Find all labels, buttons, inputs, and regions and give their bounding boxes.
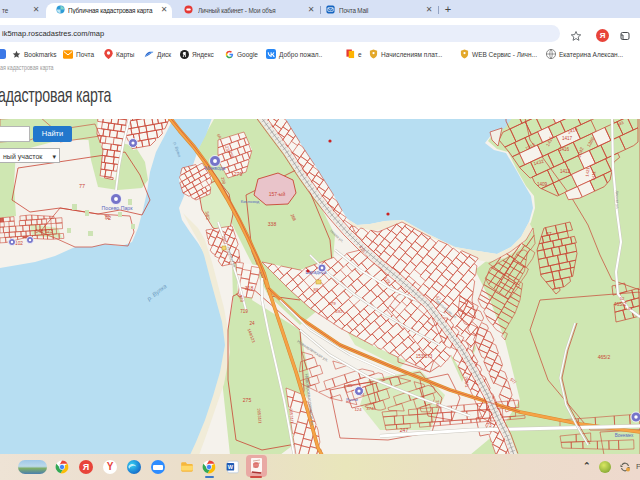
- svg-text:49: 49: [628, 306, 633, 311]
- svg-text:W: W: [228, 464, 234, 470]
- svg-text:Посево Парк: Посево Парк: [102, 205, 134, 211]
- svg-text:72: 72: [104, 214, 110, 220]
- svg-text:465/2: 465/2: [614, 301, 627, 307]
- svg-text:465/2: 465/2: [598, 354, 611, 360]
- svg-text:692: 692: [335, 309, 343, 314]
- svg-text:1409: 1409: [537, 182, 548, 187]
- svg-text:102: 102: [15, 241, 23, 246]
- svg-text:Ручей: Ручей: [346, 397, 358, 402]
- svg-text:246: 246: [435, 400, 441, 408]
- svg-text:275: 275: [243, 397, 252, 403]
- svg-text:24: 24: [249, 321, 255, 326]
- svg-text:157-ый: 157-ый: [269, 191, 286, 197]
- svg-text:1417: 1417: [562, 136, 573, 141]
- svg-text:318: 318: [245, 285, 254, 291]
- svg-text:374: 374: [366, 406, 374, 411]
- svg-text:85: 85: [348, 383, 353, 388]
- svg-text:1411: 1411: [591, 171, 597, 181]
- svg-text:Кисловод: Кисловод: [241, 199, 260, 204]
- svg-text:73: 73: [486, 423, 492, 428]
- svg-text:338: 338: [268, 221, 277, 227]
- svg-text:648 623: 648 623: [35, 229, 53, 234]
- svg-text:89: 89: [314, 287, 319, 292]
- svg-text:206/1: 206/1: [464, 376, 470, 388]
- svg-text:279: 279: [234, 171, 243, 177]
- svg-text:77: 77: [79, 183, 85, 189]
- svg-text:1421: 1421: [585, 166, 591, 176]
- svg-text:153/173: 153/173: [416, 354, 433, 359]
- svg-text:1412: 1412: [560, 169, 571, 174]
- svg-text:57: 57: [546, 232, 552, 237]
- svg-text:719: 719: [240, 309, 248, 314]
- svg-text:679: 679: [328, 301, 336, 306]
- svg-text:247: 247: [400, 427, 409, 433]
- svg-text:124: 124: [355, 407, 363, 412]
- svg-text:Военмех: Военмех: [615, 433, 634, 438]
- svg-text:52: 52: [620, 296, 625, 301]
- svg-text:1416: 1416: [559, 147, 570, 152]
